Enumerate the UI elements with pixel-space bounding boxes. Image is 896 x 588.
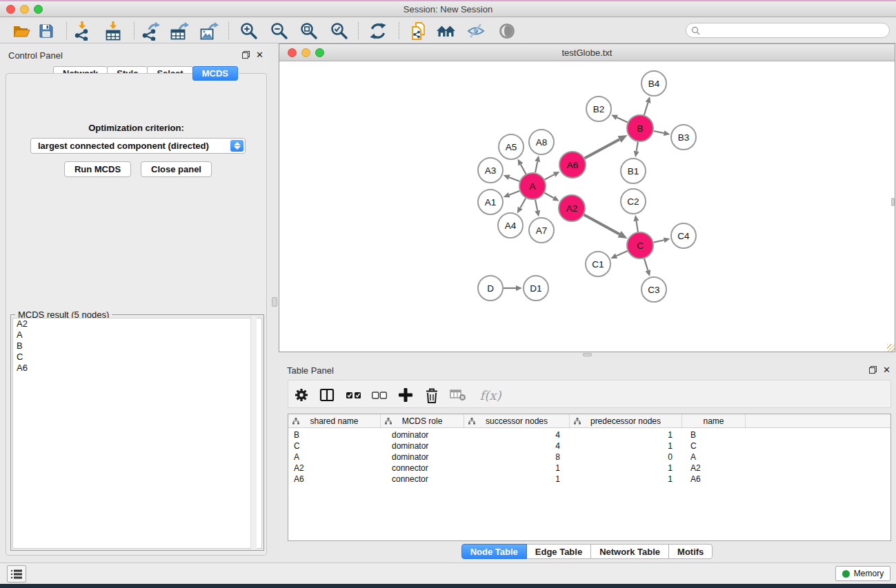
export-network-button[interactable] bbox=[140, 21, 161, 41]
float-panel-icon[interactable] bbox=[869, 366, 877, 374]
graph-node-label: A1 bbox=[485, 197, 497, 207]
zoom-out-button[interactable] bbox=[269, 21, 290, 41]
network-graph[interactable]: AA1A2A3A4A5A6A7A8BB1B2B3B4CC1C2C3C4DD1 bbox=[279, 61, 895, 352]
column-header-successor-nodes[interactable]: successor nodes bbox=[464, 414, 570, 427]
delete-table-icon bbox=[450, 389, 466, 401]
zoom-out-icon bbox=[270, 22, 288, 40]
table-row[interactable]: A dominator 8 0 A bbox=[288, 452, 890, 463]
export-image-button[interactable] bbox=[199, 21, 219, 41]
dropdown-stepper[interactable] bbox=[230, 140, 243, 152]
graph-node-label: B2 bbox=[593, 104, 605, 114]
split-view-button[interactable] bbox=[318, 386, 336, 404]
import-table-icon bbox=[104, 21, 122, 41]
delete-table-button[interactable] bbox=[449, 386, 467, 404]
table-settings-button[interactable] bbox=[292, 386, 310, 404]
duplicate-network-button[interactable] bbox=[408, 21, 429, 41]
graph-node-label: A4 bbox=[505, 221, 517, 231]
tab-motifs[interactable]: Motifs bbox=[668, 544, 713, 559]
column-header-shared-name[interactable]: shared name bbox=[288, 414, 381, 427]
graph-node-label: A7 bbox=[536, 225, 548, 236]
apply-layout-button[interactable] bbox=[368, 21, 388, 41]
dropdown-selected-value: largest connected component (directed) bbox=[38, 141, 209, 151]
optimization-criterion-dropdown[interactable]: largest connected component (directed) bbox=[30, 138, 246, 154]
memory-button[interactable]: Memory bbox=[835, 566, 890, 581]
hierarchy-icon bbox=[574, 418, 581, 425]
column-header-mcds-role[interactable]: MCDS role bbox=[381, 414, 464, 427]
tab-network-table[interactable]: Network Table bbox=[590, 544, 669, 559]
table-row[interactable]: B dominator 4 1 B bbox=[288, 429, 890, 440]
control-panel: Control Panel ✕ Network Style Select MCD… bbox=[0, 43, 269, 562]
zoom-selected-button[interactable] bbox=[329, 21, 350, 41]
houses-icon bbox=[436, 23, 457, 39]
control-panel-title: Control Panel bbox=[8, 50, 63, 61]
export-table-button[interactable] bbox=[169, 21, 190, 41]
mcds-result-list[interactable]: A2 A B C A6 bbox=[12, 318, 262, 549]
open-folder-icon bbox=[12, 23, 30, 39]
network-view-window: testGlobe.txt AA1A2A3A4A5A6A7A8BB1B2B3B4… bbox=[279, 43, 895, 352]
show-graphics-details-button[interactable] bbox=[497, 21, 517, 41]
chevron-up-icon bbox=[234, 142, 241, 145]
table-panel-tabs: Node Table Edge Table Network Table Moti… bbox=[279, 544, 896, 559]
result-item: C bbox=[13, 352, 261, 363]
search-field bbox=[686, 23, 890, 38]
eye-icon bbox=[499, 23, 515, 39]
window-resize-grip[interactable] bbox=[887, 344, 895, 352]
add-column-button[interactable] bbox=[397, 386, 415, 404]
home-view-button[interactable] bbox=[436, 21, 457, 41]
canvas-scrollbar-right[interactable] bbox=[891, 198, 895, 206]
mcds-tab-content: Optimization criterion: largest connecte… bbox=[6, 73, 267, 556]
deselect-all-button[interactable] bbox=[370, 386, 388, 404]
run-mcds-button[interactable]: Run MCDS bbox=[64, 161, 131, 177]
zoom-fit-icon bbox=[300, 22, 318, 40]
close-panel-icon[interactable]: ✕ bbox=[883, 365, 890, 375]
tab-mcds[interactable]: MCDS bbox=[192, 66, 238, 81]
canvas-scrollbar-left[interactable] bbox=[272, 297, 277, 307]
result-item: A2 bbox=[13, 318, 261, 330]
close-panel-icon[interactable]: ✕ bbox=[256, 50, 263, 60]
column-header-predecessor-nodes[interactable]: predecessor nodes bbox=[570, 414, 682, 427]
float-panel-icon[interactable] bbox=[242, 51, 250, 59]
export-image-icon bbox=[199, 21, 219, 41]
status-bar: Memory bbox=[0, 562, 896, 584]
gear-icon bbox=[294, 387, 309, 403]
memory-status-icon bbox=[842, 570, 850, 578]
export-table-icon bbox=[170, 21, 189, 41]
import-table-button[interactable] bbox=[103, 21, 123, 41]
toolbar-separator bbox=[66, 22, 67, 39]
tab-edge-table[interactable]: Edge Table bbox=[526, 544, 591, 559]
search-input[interactable] bbox=[703, 24, 884, 37]
node-table[interactable]: shared name MCDS role successor nodes pr… bbox=[288, 414, 891, 541]
table-row[interactable]: C dominator 4 1 C bbox=[288, 440, 890, 452]
result-item: B bbox=[13, 341, 261, 352]
graph-node-label: B3 bbox=[678, 132, 690, 143]
function-builder-button[interactable]: f(x) bbox=[479, 386, 502, 404]
table-body: B dominator 4 1 B C dominator 4 1 C A do… bbox=[288, 429, 890, 485]
table-row[interactable]: A2 connector 1 1 A2 bbox=[288, 463, 890, 474]
eye-slash-icon bbox=[467, 23, 485, 39]
open-session-button[interactable] bbox=[11, 21, 32, 41]
tab-node-table[interactable]: Node Table bbox=[461, 544, 527, 559]
delete-column-button[interactable] bbox=[423, 386, 441, 404]
column-header-name[interactable]: name bbox=[682, 414, 746, 427]
graph-node-label: A8 bbox=[536, 137, 548, 148]
network-canvas[interactable]: AA1A2A3A4A5A6A7A8BB1B2B3B4CC1C2C3C4DD1 bbox=[279, 61, 895, 352]
close-panel-button[interactable]: Close panel bbox=[141, 161, 212, 177]
zoom-in-button[interactable] bbox=[239, 21, 259, 41]
result-scrollbar[interactable] bbox=[250, 316, 257, 549]
graph-node-label: B bbox=[637, 123, 643, 134]
save-session-button[interactable] bbox=[36, 21, 57, 41]
table-row[interactable]: A6 connector 1 1 A6 bbox=[288, 474, 890, 485]
result-item: A bbox=[13, 330, 261, 341]
hierarchy-icon bbox=[385, 418, 392, 425]
hide-graphics-details-button[interactable] bbox=[466, 21, 486, 41]
zoom-selected-icon bbox=[330, 22, 348, 40]
task-history-button[interactable] bbox=[7, 565, 26, 582]
canvas-scrollbar-bottom[interactable] bbox=[583, 353, 592, 356]
graph-node-label: C bbox=[637, 241, 644, 251]
graph-node-label: C3 bbox=[648, 285, 659, 295]
select-all-button[interactable] bbox=[345, 386, 363, 404]
network-window-titlebar[interactable]: testGlobe.txt bbox=[279, 44, 895, 61]
search-icon bbox=[691, 26, 700, 35]
zoom-fit-button[interactable] bbox=[299, 21, 319, 41]
import-network-button[interactable] bbox=[72, 21, 92, 41]
